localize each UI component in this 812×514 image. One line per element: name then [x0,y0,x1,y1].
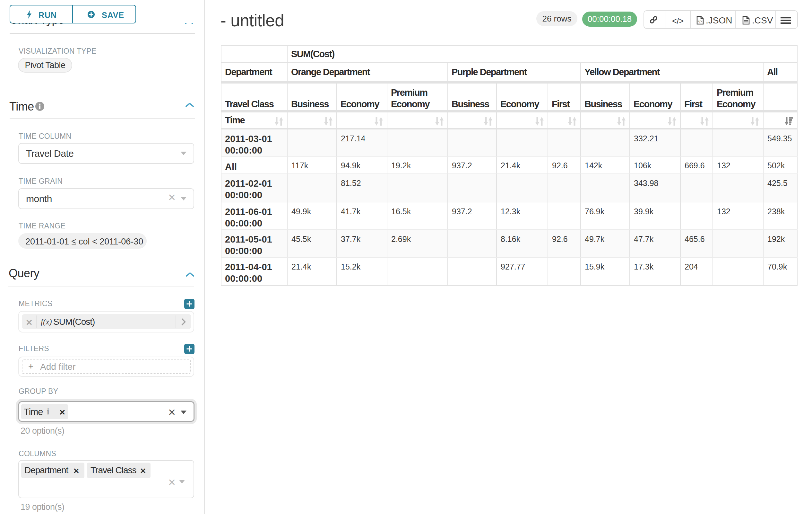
svg-text:</>: </> [698,20,702,23]
